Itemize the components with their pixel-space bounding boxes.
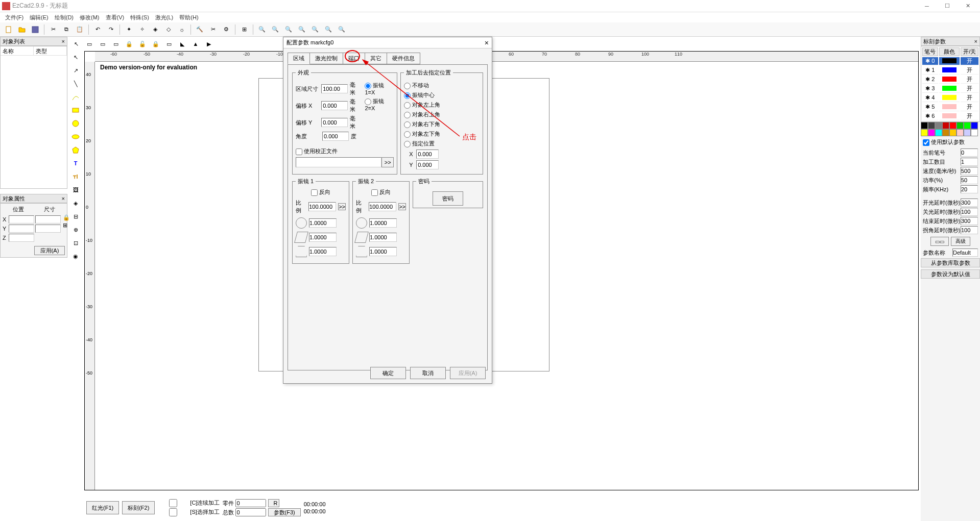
lock-icon[interactable]: 🔒 xyxy=(123,38,135,50)
tab-other[interactable]: 其它 xyxy=(365,53,387,64)
zoom-sel-icon[interactable]: 🔍 xyxy=(296,23,308,36)
text2-icon[interactable]: ᴛI xyxy=(69,170,82,183)
galvo2x-radio[interactable]: 振镜2=X xyxy=(365,97,394,111)
piece-input[interactable] xyxy=(235,499,266,507)
pen-row[interactable]: ✱ 6开 xyxy=(922,112,978,120)
color-swatch[interactable] xyxy=(928,122,935,129)
color-swatch[interactable] xyxy=(971,122,978,129)
g2-v1-input[interactable] xyxy=(369,218,397,228)
password-button[interactable]: 密码 xyxy=(433,191,463,206)
goto-radio[interactable]: 对象左下角 xyxy=(404,130,480,138)
g1-v3-input[interactable] xyxy=(309,247,337,256)
browse-button[interactable]: >> xyxy=(381,157,394,167)
delay-input[interactable] xyxy=(961,199,978,207)
tab-laser[interactable]: 激光控制 xyxy=(309,53,343,64)
menu-draw[interactable]: 绘制(D) xyxy=(52,13,77,22)
load-params-button[interactable]: 从参数库取参数 xyxy=(921,258,980,267)
color-swatch[interactable] xyxy=(964,122,971,129)
menu-help[interactable]: 帮助(H) xyxy=(176,13,201,22)
g1-reverse-check[interactable]: 反向 xyxy=(311,189,330,195)
advanced-button[interactable]: 高级 xyxy=(951,237,970,246)
grid-icon[interactable]: ⊞ xyxy=(63,222,70,229)
param-input[interactable] xyxy=(961,148,978,157)
apply-button[interactable]: 应用(A) xyxy=(34,246,65,255)
goto-radio[interactable]: 振镜中心 xyxy=(404,91,480,99)
pen-row[interactable]: ✱ 5开 xyxy=(922,103,978,111)
circle-icon[interactable] xyxy=(69,117,82,130)
g1-v2-input[interactable] xyxy=(309,233,337,242)
color-swatch[interactable] xyxy=(942,129,949,136)
text-icon[interactable]: T xyxy=(69,157,82,169)
pos-x-input[interactable] xyxy=(9,215,34,224)
line-icon[interactable]: ╲ xyxy=(69,78,82,90)
zoom-in-icon[interactable]: 🔍 xyxy=(269,23,281,36)
close-icon[interactable]: × xyxy=(974,38,977,44)
offset-x-input[interactable] xyxy=(321,101,348,110)
g2-reverse-check[interactable]: 反向 xyxy=(371,189,391,195)
delay-input[interactable] xyxy=(961,208,978,216)
ellipse-icon[interactable] xyxy=(69,131,82,143)
goto-radio[interactable]: 对象左上角 xyxy=(404,101,480,109)
maximize-button[interactable]: ☐ xyxy=(937,0,958,12)
size-x-input[interactable] xyxy=(35,215,61,224)
param-input[interactable] xyxy=(961,158,978,166)
pen-row[interactable]: ✱ 4开 xyxy=(922,94,978,102)
menu-file[interactable]: 文件(F) xyxy=(2,13,27,22)
small-btn[interactable]: ▭▭ xyxy=(930,237,949,246)
new-icon[interactable] xyxy=(3,23,15,36)
menu-laser[interactable]: 激光(L) xyxy=(152,13,176,22)
open-icon[interactable] xyxy=(16,23,28,36)
color-swatch[interactable] xyxy=(957,129,964,136)
group-icon[interactable]: ▭ xyxy=(163,38,175,50)
param-name-input[interactable] xyxy=(952,249,978,257)
color-swatch[interactable] xyxy=(971,129,978,136)
mark-button[interactable]: 标刻(F2) xyxy=(122,501,155,514)
color-swatch[interactable] xyxy=(921,129,928,136)
pen-row[interactable]: ✱ 2开 xyxy=(922,76,978,84)
select-mark-check[interactable]: [S]选择加工 xyxy=(158,508,220,516)
param-input[interactable] xyxy=(961,185,978,193)
color-swatch[interactable] xyxy=(928,129,935,136)
menu-edit[interactable]: 编辑(E) xyxy=(27,13,52,22)
delay-input[interactable] xyxy=(961,217,978,225)
pen-row[interactable]: ✱ 1开 xyxy=(922,66,978,75)
misc-icon[interactable]: ⊞ xyxy=(238,23,250,36)
mirror-v-icon[interactable]: ▶ xyxy=(203,38,215,50)
spiral-icon[interactable]: ◉ xyxy=(69,250,82,262)
color-swatch[interactable] xyxy=(935,122,942,129)
zoom-all-icon[interactable]: 🔍 xyxy=(309,23,321,36)
cal-file-input[interactable] xyxy=(296,157,381,167)
copy-icon[interactable]: ⧉ xyxy=(60,23,73,36)
g2-v3-input[interactable] xyxy=(369,247,397,256)
close-icon[interactable]: × xyxy=(62,38,65,44)
angle-input[interactable] xyxy=(322,132,349,141)
menu-view[interactable]: 查看(V) xyxy=(103,13,128,22)
offset-y-input[interactable] xyxy=(321,118,348,127)
menu-modify[interactable]: 修改(M) xyxy=(77,13,103,22)
paramf3-button[interactable]: 参数(F3) xyxy=(268,508,301,516)
tool3-icon[interactable]: ◈ xyxy=(149,23,161,36)
color-swatch[interactable] xyxy=(921,122,928,129)
pointer-icon[interactable]: ↖ xyxy=(69,51,82,63)
node-icon[interactable]: ↗ xyxy=(69,64,82,77)
pen-row[interactable]: ✱ 3开 xyxy=(922,85,978,93)
g2-v2-input[interactable] xyxy=(369,233,397,242)
color-swatch[interactable] xyxy=(949,129,957,136)
delay-input[interactable] xyxy=(961,226,978,234)
sel-add-icon[interactable]: ▭ xyxy=(97,38,109,50)
zoom-fit-icon[interactable]: 🔍 xyxy=(256,23,268,36)
tool5-icon[interactable]: ☼ xyxy=(176,23,188,36)
canvas-area[interactable]: -60-50-40-30-20-100102030405060708090100… xyxy=(84,51,919,490)
unlock-icon[interactable]: 🔓 xyxy=(136,38,149,50)
polygon-icon[interactable] xyxy=(69,144,82,156)
close-icon[interactable]: × xyxy=(62,195,65,202)
red-light-button[interactable]: 红光(F1) xyxy=(86,501,119,514)
input-icon[interactable]: ⊡ xyxy=(69,237,82,249)
curve-icon[interactable] xyxy=(69,91,82,103)
continuous-check[interactable]: [C]连续加工 xyxy=(158,499,220,507)
tab-hardware[interactable]: 硬件信息 xyxy=(387,53,420,64)
use-default-check[interactable]: 使用默认参数 xyxy=(923,139,965,145)
vector-icon[interactable]: ◈ xyxy=(69,197,82,209)
save-icon[interactable] xyxy=(29,23,41,36)
paste-icon[interactable]: 📋 xyxy=(74,23,86,36)
